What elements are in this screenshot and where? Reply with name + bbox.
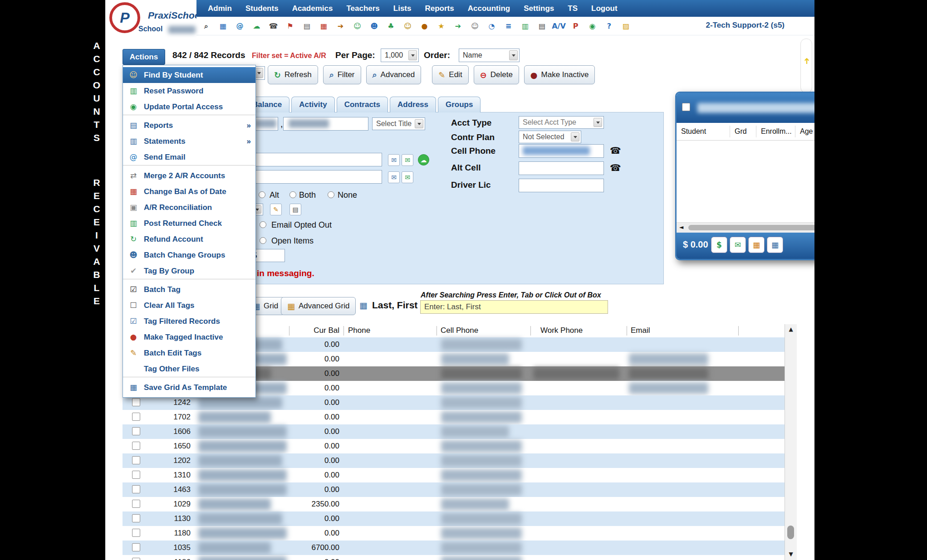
grid-vscrollbar[interactable]: ▲ ▼ (785, 324, 797, 560)
table-row[interactable]: 1702 0.00 (123, 410, 785, 424)
scroll-down-icon[interactable]: ▼ (785, 551, 797, 557)
title-select[interactable]: Select Title (372, 117, 425, 130)
order-select[interactable]: Name (459, 49, 520, 62)
chat-bubble-icon[interactable]: ☁ (418, 154, 429, 166)
table-row[interactable]: 1130 0.00 (123, 511, 785, 526)
name-search-input[interactable] (420, 300, 608, 314)
grid-column-header-cell-phone[interactable]: Cell Phone (441, 326, 478, 335)
list-icon[interactable]: ≡ (502, 20, 515, 32)
per-page-select[interactable]: 1,000 (381, 49, 419, 62)
flag-icon[interactable]: ⚑ (284, 20, 296, 32)
table-row[interactable]: 1606 0.00 (123, 424, 785, 439)
grid-column-header-work-phone[interactable]: Work Phone (540, 326, 583, 335)
nav-item-ts[interactable]: TS (561, 4, 584, 13)
student-panel-column-age[interactable]: Age (795, 126, 814, 137)
print-icon[interactable]: ▤ (289, 204, 301, 215)
radio-none[interactable] (328, 191, 334, 198)
row-checkbox[interactable] (132, 485, 140, 493)
card-icon[interactable]: ▥ (519, 20, 531, 32)
date-icon[interactable]: ▦ (318, 20, 330, 32)
table-row[interactable]: 1463 0.00 (123, 482, 785, 497)
tab-contracts[interactable]: Contracts (337, 97, 388, 112)
menu-item-post-returned-check[interactable]: ▥ Post Returned Check (123, 215, 255, 231)
menu-item-tag-other-files[interactable]: Tag Other Files (123, 361, 255, 377)
menu-item-make-tagged-inactive[interactable]: ● Make Tagged Inactive (123, 329, 255, 345)
send-statement-icon[interactable]: ✉ (730, 237, 746, 253)
calendar-icon[interactable]: ▦ (748, 237, 765, 253)
menu-item-merge-2-a-r-accounts[interactable]: ⇄ Merge 2 A/R Accounts (123, 168, 255, 184)
alt-email-forward-icon[interactable]: ✉ (402, 171, 413, 183)
grid-icon[interactable]: ▦ (767, 237, 783, 253)
menu-item-tag-filtered-records[interactable]: ☑ Tag Filtered Records (123, 313, 255, 329)
row-checkbox[interactable] (132, 500, 140, 508)
tab-groups[interactable]: Groups (438, 97, 481, 112)
filter-button[interactable]: ⌕Filter (323, 65, 361, 84)
pair-icon[interactable]: ☺ (402, 20, 414, 32)
student-panel-column-student[interactable]: Student (677, 126, 730, 137)
news-icon[interactable]: ▤ (301, 20, 313, 32)
calendar-grid-icon[interactable]: ▦ (217, 20, 229, 32)
note-icon[interactable]: ▨ (620, 20, 632, 32)
clock-icon[interactable]: ◔ (486, 20, 498, 32)
nav-item-admin[interactable]: Admin (201, 4, 239, 13)
vscroll-thumb[interactable] (787, 526, 794, 539)
tab-address[interactable]: Address (390, 97, 436, 112)
alt-email-icon[interactable]: ✉ (388, 171, 400, 183)
advanced-grid-button[interactable]: ▦Advanced Grid (281, 297, 356, 315)
row-checkbox[interactable] (132, 442, 140, 450)
row-checkbox[interactable] (132, 456, 140, 464)
people-icon[interactable]: ☻ (368, 20, 380, 32)
student-panel-column-enrollm[interactable]: Enrollm... (756, 126, 795, 137)
pdf-icon[interactable]: P (569, 20, 582, 32)
actions-menu-button[interactable]: Actions (123, 49, 165, 65)
alt-cell-phone-icon[interactable]: ☎ (610, 162, 621, 173)
nav-item-teachers[interactable]: Teachers (339, 4, 386, 13)
transfer-icon[interactable]: ➔ (452, 20, 464, 32)
table-row[interactable]: 1202 0.00 (123, 453, 785, 468)
chat-icon[interactable]: ☁ (250, 20, 263, 32)
help-icon[interactable]: ? (603, 20, 615, 32)
menu-item-batch-edit-tags[interactable]: ✎ Batch Edit Tags (123, 345, 255, 361)
student-panel-hscrollbar[interactable]: ◄ ► (677, 222, 814, 233)
menu-item-statements[interactable]: ▥ Statements » (123, 133, 255, 149)
alt-cell-input[interactable] (519, 161, 604, 175)
row-checkbox[interactable] (132, 558, 140, 560)
row-checkbox[interactable] (132, 529, 140, 537)
person-time-icon[interactable]: ☺ (469, 20, 481, 32)
table-row[interactable]: 1180 0.00 (123, 526, 785, 541)
email-icon[interactable]: ✉ (388, 154, 400, 166)
menu-item-change-bal-as-of-date[interactable]: ▦ Change Bal As of Date (123, 184, 255, 200)
row-checkbox[interactable] (132, 514, 140, 522)
contr-plan-select[interactable]: Not Selected (519, 131, 581, 143)
leaf-icon[interactable]: ♣ (385, 20, 397, 32)
globe-icon[interactable]: ◉ (586, 20, 598, 32)
driver-lic-input[interactable] (519, 179, 604, 192)
edit-note-icon[interactable]: ✎ (270, 204, 282, 215)
row-checkbox[interactable] (132, 543, 140, 551)
nav-item-lists[interactable]: Lists (387, 4, 418, 13)
announce-icon[interactable]: ➔ (334, 20, 347, 32)
payment-icon[interactable]: $ (711, 237, 727, 253)
student-select-checkbox[interactable] (682, 103, 690, 111)
open-items-radio[interactable] (260, 237, 266, 244)
page-scrollbar[interactable]: ➔ (800, 39, 812, 93)
print-icon[interactable]: ▤ (536, 20, 548, 32)
menu-item-reset-password[interactable]: ▥ Reset Password (123, 83, 255, 99)
row-checkbox[interactable] (132, 427, 140, 435)
menu-item-update-portal-access[interactable]: ◉ Update Portal Access (123, 99, 255, 115)
av-icon[interactable]: A/V (553, 20, 565, 32)
menu-item-batch-tag[interactable]: ☑ Batch Tag (123, 282, 255, 297)
menu-item-refund-account[interactable]: ↻ Refund Account (123, 231, 255, 247)
radio-both[interactable] (289, 191, 296, 198)
row-checkbox[interactable] (132, 398, 140, 406)
nav-item-reports[interactable]: Reports (418, 4, 461, 13)
radio-alt[interactable] (259, 191, 265, 198)
search-icon[interactable]: ⌕ (200, 20, 212, 32)
email-forward-icon[interactable]: ✉ (402, 154, 413, 166)
email-at-icon[interactable]: @ (234, 20, 246, 32)
award-icon[interactable]: ★ (435, 20, 447, 32)
nav-item-accounting[interactable]: Accounting (461, 4, 517, 13)
menu-item-save-grid-as-template[interactable]: ▦ Save Grid As Template (123, 380, 255, 395)
make-inactive-button[interactable]: ●Make Inactive (524, 65, 595, 84)
nav-item-students[interactable]: Students (239, 4, 285, 13)
